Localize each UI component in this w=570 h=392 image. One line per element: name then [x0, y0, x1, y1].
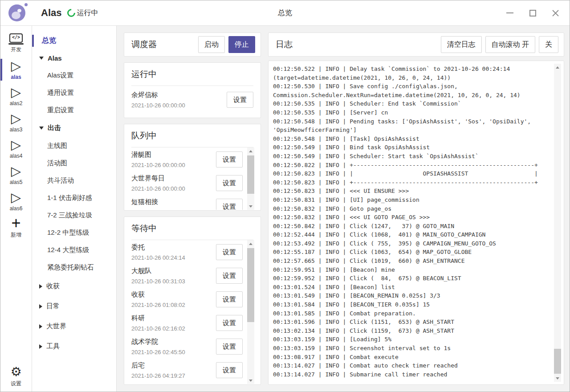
app-title: Alas — [41, 7, 61, 19]
rail-item-alas4[interactable]: alas4 — [0, 135, 32, 162]
waiting-task-list: 委托 2021-10-26 00:24:14 设置 大舰队 2021-10-26… — [131, 240, 247, 384]
menu-item-紧急委托刷钻石[interactable]: 紧急委托刷钻石 — [32, 259, 116, 276]
scroll-down-icon[interactable] — [247, 203, 254, 210]
rail-item-alas[interactable]: alas — [0, 57, 32, 83]
menu-item-共斗活动[interactable]: 共斗活动 — [32, 172, 116, 189]
menu-section-label: 收获 — [46, 282, 60, 290]
task-setting-button[interactable]: 设置 — [216, 199, 243, 210]
stop-button[interactable]: 停止 — [228, 36, 255, 53]
menu-item-12-4 大型练级[interactable]: 12-4 大型练级 — [32, 241, 116, 259]
triangle-down-icon — [39, 127, 44, 130]
rail-item-alas6[interactable]: alas6 — [0, 188, 32, 214]
menu-item-12-2 中型练级[interactable]: 12-2 中型练级 — [32, 224, 116, 241]
logo-blob — [17, 9, 21, 12]
task-setting-button[interactable]: 设置 — [216, 268, 243, 284]
running-panel: 运行中 余烬信标 2021-10-26 00:00:00 设置 — [124, 62, 261, 118]
menu-section-label: 出击 — [48, 124, 61, 132]
triangle-down-icon — [39, 57, 44, 60]
task-setting-button[interactable]: 设置 — [216, 291, 243, 307]
menu-item-1-1 伏击刷好感[interactable]: 1-1 伏击刷好感 — [32, 189, 116, 207]
task-info: 后宅 2021-10-26 04:19:27 — [131, 361, 216, 379]
task-setting-button[interactable]: 设置 — [216, 175, 243, 191]
rail-item-开发[interactable]: 开发 — [0, 30, 32, 57]
menu-item-overview[interactable]: 总览 — [32, 32, 116, 49]
task-time: 2021-10-26 02:45:50 — [131, 349, 216, 355]
task-setting-button[interactable]: 设置 — [216, 151, 243, 167]
autoscroll-off-button[interactable]: 关 — [539, 36, 558, 53]
start-button[interactable]: 启动 — [198, 36, 225, 53]
menu-item-重启设置[interactable]: 重启设置 — [32, 102, 116, 119]
log-line: 00:12:50.548 | INFO | [Task] OpsiAshAssi… — [273, 135, 554, 143]
log-line: 00:12:50.823 | INFO | <<< UI ENSURE >>> — [273, 187, 554, 196]
scroll-down-icon[interactable] — [247, 377, 254, 384]
log-line: 00:12:50.535 | INFO | Scheduler: End tas… — [273, 99, 554, 108]
menu-section-label: 工具 — [46, 342, 60, 351]
task-info: 收获 2021-10-26 01:08:02 — [131, 290, 216, 308]
task-info: 委托 2021-10-26 00:24:14 — [131, 243, 216, 261]
rail-item-新增[interactable]: 新增 — [0, 214, 32, 241]
menu-item-活动图[interactable]: 活动图 — [32, 155, 116, 172]
rail-item-label: 新增 — [11, 231, 21, 239]
pending-scrollbar[interactable] — [247, 147, 254, 210]
log-line: 00:12:59.951 | INFO | [Beacon] mine — [273, 265, 554, 274]
rail-item-alas2[interactable]: alas2 — [0, 83, 32, 109]
maximize-button[interactable] — [527, 8, 538, 18]
app-window: Alas 运行中 总览 开发 alas alas2 alas3 — [0, 0, 570, 392]
log-line: 00:13:01.524 | INFO | [Beacon] list — [273, 283, 554, 292]
menu-section-出击[interactable]: 出击 — [32, 119, 116, 137]
autoscroll-on-button[interactable]: 自动滚动 开 — [485, 36, 535, 53]
waiting-scroll-area: 委托 2021-10-26 00:24:14 设置 大舰队 2021-10-26… — [131, 240, 254, 384]
menu-section-Alas[interactable]: Alas — [32, 49, 116, 67]
menu-item-Alas设置[interactable]: Alas设置 — [32, 67, 116, 84]
clear-log-button[interactable]: 清空日志 — [441, 36, 482, 53]
scroll-up-icon[interactable] — [247, 147, 254, 155]
task-name: 战术学院 — [131, 338, 216, 346]
pending-task-list: 潜艇图 2021-10-26 00:00:00 设置 大世界每日 2021-10… — [131, 147, 247, 210]
menu-section-工具[interactable]: 工具 — [32, 336, 116, 356]
task-menu: 总览 Alas Alas设置通用设置重启设置 出击 主线图活动图共斗活动1-1 … — [32, 26, 117, 392]
scrollbar-track[interactable] — [247, 247, 254, 377]
rail-item-label: alas — [11, 74, 21, 80]
status-text: 运行中 — [77, 8, 98, 18]
task-time: 2021-10-26 00:00:00 — [131, 102, 227, 109]
menu-item-7-2 三战捡垃圾[interactable]: 7-2 三战捡垃圾 — [32, 207, 116, 224]
log-line: 00:13:03.159 | INFO | [Loading] 5% — [273, 335, 554, 344]
waiting-scrollbar[interactable] — [247, 240, 254, 384]
menu-section-收获[interactable]: 收获 — [32, 276, 116, 296]
task-setting-button[interactable]: 设置 — [227, 92, 253, 108]
menu-item-通用设置[interactable]: 通用设置 — [32, 84, 116, 102]
triangle-up-icon — [249, 150, 252, 152]
task-setting-button[interactable]: 设置 — [216, 339, 243, 355]
close-button[interactable] — [550, 8, 561, 18]
rail-item-alas3[interactable]: alas3 — [0, 109, 32, 135]
alas-logo-icon — [8, 4, 25, 21]
task-row: 大舰队 2021-10-26 00:31:03 设置 — [131, 264, 243, 287]
log-line: 00:13:01.584 | INFO | [BEACON_TIER 0.035… — [273, 300, 554, 309]
rail-item-alas5[interactable]: alas5 — [0, 162, 32, 188]
running-task-list: 余烬信标 2021-10-26 00:00:00 设置 — [124, 86, 261, 118]
task-setting-button[interactable]: 设置 — [216, 244, 243, 260]
menu-section-大世界[interactable]: 大世界 — [32, 316, 116, 336]
scrollbar-thumb[interactable] — [554, 349, 561, 374]
log-line: 00:12:50.831 | INFO | [UI] page_commissi… — [273, 196, 554, 204]
scrollbar-thumb[interactable] — [247, 155, 254, 194]
log-line: 'OpsiMeowfficerFarming'] — [273, 126, 554, 135]
scrollbar-track[interactable] — [554, 71, 561, 375]
scrollbar-thumb[interactable] — [247, 248, 254, 322]
log-scrollbar[interactable] — [554, 64, 561, 382]
scroll-down-icon[interactable] — [554, 375, 561, 382]
scroll-up-icon[interactable] — [554, 64, 561, 71]
triangle-right-icon — [39, 324, 42, 329]
menu-section-日常[interactable]: 日常 — [32, 296, 116, 316]
task-row: 短猫相接 2021-10-26 00:00:00 设置 — [131, 195, 243, 210]
task-setting-button[interactable]: 设置 — [216, 315, 243, 331]
scrollbar-track[interactable] — [247, 155, 254, 203]
log-line: 00:13:14.027 | INFO | Submarine call tim… — [273, 370, 554, 379]
log-line: 00:13:02.134 | INFO | Click (1159, 673) … — [273, 327, 554, 335]
scroll-up-icon[interactable] — [247, 240, 254, 247]
menu-item-主线图[interactable]: 主线图 — [32, 137, 116, 155]
task-setting-button[interactable]: 设置 — [216, 362, 243, 378]
minimize-button[interactable] — [505, 8, 515, 18]
rail-item-settings[interactable]: 设置 — [0, 362, 32, 391]
task-info: 短猫相接 2021-10-26 00:00:00 — [131, 198, 216, 210]
